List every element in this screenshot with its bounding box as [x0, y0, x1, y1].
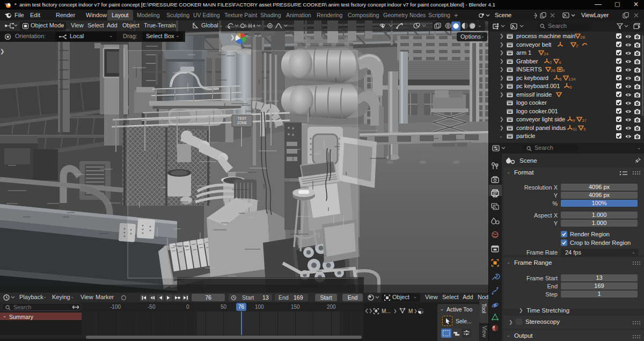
svg-text:ZONE: ZONE: [237, 121, 247, 125]
svg-text:M...: M...: [382, 308, 391, 314]
svg-text:TEST: TEST: [238, 117, 247, 120]
svg-text:M: M: [408, 308, 413, 314]
